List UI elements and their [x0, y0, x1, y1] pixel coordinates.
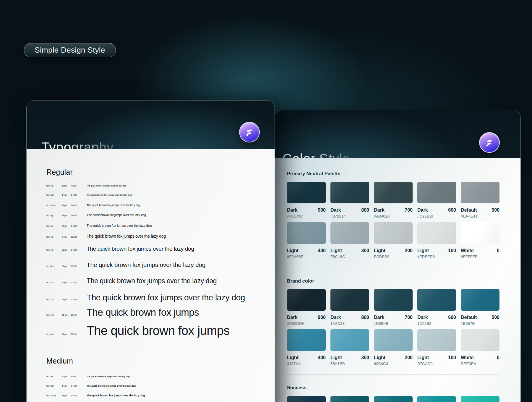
- type-specimen-text: The quick brown fox jumps over the lazy …: [87, 185, 126, 187]
- type-line-height-label: Auto: [71, 184, 87, 187]
- swatch-scale: 600: [448, 208, 456, 213]
- swatch-hex: 55A1BB: [330, 362, 345, 366]
- color-swatch-tile: [417, 182, 456, 203]
- swatch-name: Dark: [330, 208, 341, 213]
- swatch-name: Light: [374, 355, 385, 360]
- type-size-label: 36px: [62, 265, 71, 268]
- swatch-scale: 400: [318, 248, 326, 253]
- type-line-height-label: 120%: [71, 281, 87, 284]
- type-specimen-row: text-base16px140%The quick brown fox jum…: [46, 204, 266, 207]
- swatch-name: Light: [330, 248, 342, 253]
- swatch-hex: #0B0D0E: [287, 322, 304, 325]
- swatch-hex: 1B657E: [461, 322, 475, 325]
- color-swatch-tile: [287, 396, 326, 402]
- type-specimen-text: The quick brown fox jumps over the lazy …: [87, 262, 205, 268]
- color-swatch-tile: [461, 396, 499, 402]
- color-swatch-tile: [330, 289, 369, 311]
- color-swatch-label: White0: [461, 355, 499, 360]
- color-swatch-tile: [461, 182, 499, 203]
- type-size-label: 14px: [62, 194, 71, 196]
- type-specimen-text: The quick brown fox jumps over the lazy …: [87, 234, 166, 239]
- swatch-hex: #A84020: [374, 214, 390, 218]
- color-swatch-tile: [374, 396, 413, 402]
- color-swatch-tile: [374, 182, 413, 203]
- type-specimen-text: The quick brown fox jumps over the lazy …: [87, 194, 132, 196]
- color-swatch-label: Dark800: [330, 315, 369, 320]
- swatch-name: Dark: [374, 315, 385, 320]
- swatch-hex: DEE3E4: [461, 362, 476, 366]
- type-token-label: text-2xl: [46, 265, 62, 268]
- swatch-hex: #C95D2F: [417, 214, 434, 218]
- type-specimen-text: The quick brown fox jumps over the lazy …: [87, 385, 136, 387]
- swatch-scale: 800: [361, 315, 369, 320]
- color-swatch-tile: [417, 329, 456, 351]
- type-specimen-row: text-lg20px140%The quick brown fox jumps…: [46, 224, 266, 227]
- color-swatch-tile: [417, 222, 456, 244]
- type-size-label: 16px: [62, 394, 71, 397]
- color-swatch-label: Light200: [374, 248, 413, 253]
- type-token-label: text-4xl: [46, 314, 62, 316]
- type-specimen-row: text-3xl40px120%The quick brown fox jump…: [46, 277, 266, 284]
- type-specimen-text: The quick brown fox jumps over the lazy …: [87, 213, 146, 217]
- color-swatch-label: Light400: [287, 248, 326, 253]
- color-swatch-tile: [374, 329, 413, 351]
- swatch-scale: 300: [361, 248, 369, 253]
- color-swatch-label: Light400: [287, 355, 326, 360]
- type-line-height-label: 120%: [71, 298, 87, 301]
- color-swatch-tile: [374, 289, 413, 311]
- type-size-label: 18px: [62, 214, 71, 217]
- palette-heading-primary-neutral: Primary Neutral Palette: [287, 171, 340, 176]
- type-size-label: 20px: [62, 225, 71, 227]
- type-token-label: text-xs: [46, 375, 62, 378]
- swatch-scale: 700: [405, 315, 413, 320]
- type-size-label: 72px: [62, 333, 71, 335]
- color-swatch-label: Light200: [374, 355, 413, 360]
- swatch-name: Dark: [330, 315, 341, 320]
- color-swatch-label: Default500: [461, 208, 499, 213]
- swatch-hex: F8C18C: [330, 255, 345, 259]
- type-specimen-text: The quick brown fox jumps: [87, 307, 199, 318]
- swatch-hex: 1D5162: [417, 322, 431, 325]
- color-swatch-tile: [461, 329, 499, 351]
- type-section-heading-medium: Medium: [46, 357, 73, 365]
- type-token-label: text-4xl: [46, 333, 62, 335]
- type-specimen-row: text-xs12pxAutoThe quick brown fox jumps…: [46, 375, 266, 378]
- color-content: Primary Neutral Palette Brand color Succ…: [275, 110, 520, 402]
- color-swatch-tile: [287, 289, 326, 311]
- swatch-scale: 0: [497, 248, 499, 253]
- type-token-label: text-xl: [46, 249, 62, 251]
- color-swatch-tile: [461, 222, 499, 244]
- color-swatch-label: Dark800: [330, 208, 369, 213]
- color-swatch-label: Light100: [417, 248, 456, 253]
- type-specimen-row: text-xs12pxAutoThe quick brown fox jumps…: [46, 184, 266, 187]
- color-swatch-label: Dark700: [374, 315, 413, 320]
- type-specimen-text: The quick brown fox jumps over the lazy …: [87, 293, 245, 302]
- type-specimen-text: The quick brown fox jumps over the lazy …: [87, 224, 152, 227]
- typography-card: Typography Regular Medium text-xs12pxAut…: [26, 100, 275, 402]
- swatch-name: Light: [330, 355, 342, 360]
- swatch-scale: 100: [448, 355, 456, 360]
- type-token-label: text-3xl: [46, 281, 62, 284]
- swatch-name: White: [461, 248, 474, 253]
- type-line-height-label: 120%: [71, 236, 87, 238]
- swatch-hex: FCDBB3: [374, 255, 390, 259]
- color-swatch-label: Dark900: [287, 315, 326, 320]
- type-line-height-label: 110%: [71, 333, 87, 335]
- swatch-scale: 500: [492, 208, 499, 213]
- type-token-label: text-xs: [46, 184, 62, 187]
- swatch-name: Light: [417, 248, 429, 253]
- color-swatch-label: Dark600: [417, 208, 456, 213]
- color-swatch-label: Light300: [330, 355, 369, 360]
- palette-divider: [287, 375, 499, 375]
- swatch-name: Dark: [417, 315, 428, 320]
- typography-content: Regular Medium text-xs12pxAutoThe quick …: [27, 100, 275, 402]
- swatch-scale: 100: [448, 248, 456, 253]
- swatch-scale: 0: [497, 355, 499, 360]
- swatch-name: Default: [461, 315, 477, 320]
- type-size-label: 12px: [62, 375, 71, 378]
- color-swatch-tile: [417, 289, 456, 311]
- swatch-scale: 600: [448, 315, 456, 320]
- type-token-label: text-sm: [46, 385, 62, 387]
- type-size-label: 56 px: [62, 314, 71, 316]
- swatch-name: Light: [374, 248, 385, 253]
